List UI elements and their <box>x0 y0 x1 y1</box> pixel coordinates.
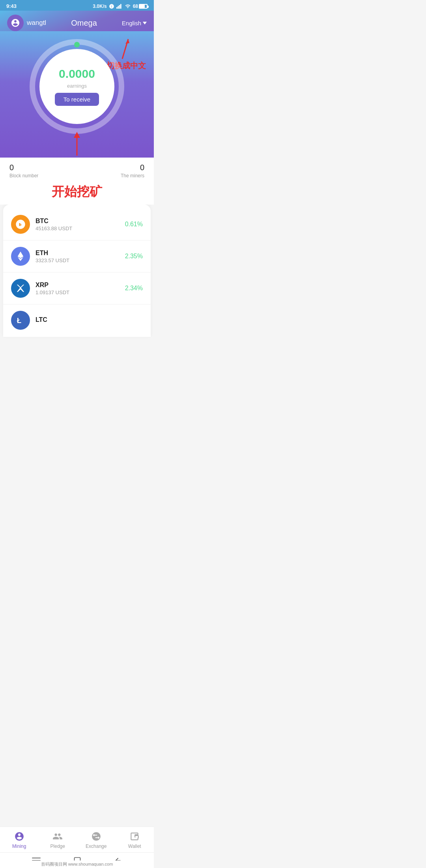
earnings-label: earnings <box>67 83 87 89</box>
xrp-logo <box>11 279 30 298</box>
eth-name: ETH <box>36 250 125 257</box>
miners-label: The miners <box>121 173 144 178</box>
hero-section: 切换成中文 0.0000 earnings To receive <box>0 31 154 158</box>
ltc-logo: Ł <box>11 311 30 330</box>
xrp-price: 1.09137 USDT <box>36 289 125 295</box>
gauge-dot <box>74 42 80 47</box>
signal-icon <box>116 4 123 9</box>
miners-item: 0 The miners <box>121 163 144 178</box>
list-item[interactable]: XRP 1.09137 USDT 2.34% <box>3 272 151 304</box>
wifi-icon <box>125 4 131 9</box>
battery-icon <box>139 4 148 9</box>
btc-price: 45163.88 USDT <box>36 225 125 231</box>
svg-marker-5 <box>125 39 129 44</box>
svg-rect-2 <box>119 5 120 8</box>
btc-name: BTC <box>36 218 125 225</box>
xrp-change: 2.34% <box>125 285 143 292</box>
svg-text:Ł: Ł <box>17 316 21 325</box>
ltc-name: LTC <box>36 316 143 323</box>
chevron-down-icon <box>143 22 147 24</box>
eth-logo <box>11 247 30 266</box>
btc-info: BTC 45163.88 USDT <box>36 218 125 231</box>
header: wangtl Omega English <box>0 11 154 31</box>
status-right: 3.0K/s 68 <box>93 4 148 9</box>
status-time: 9:43 <box>6 3 17 9</box>
stats-section: 0 Block number 0 The miners 开始挖矿 <box>0 158 154 205</box>
gauge-outer: 0.0000 earnings To receive <box>30 39 124 134</box>
list-item[interactable]: ETH 3323.57 USDT 2.35% <box>3 240 151 272</box>
language-button[interactable]: English <box>122 20 147 26</box>
btc-logo <box>11 215 30 234</box>
mining-annotation: 开始挖矿 <box>0 182 154 205</box>
eth-price: 3323.57 USDT <box>36 257 125 263</box>
svg-rect-0 <box>116 7 118 9</box>
language-label: English <box>122 20 141 26</box>
block-number-value: 0 <box>9 163 14 172</box>
svg-rect-3 <box>120 4 121 9</box>
avatar <box>7 15 24 31</box>
app-title: Omega <box>71 19 97 28</box>
network-speed: 3.0K/s <box>93 4 106 9</box>
svg-rect-1 <box>118 6 119 9</box>
earnings-value: 0.0000 <box>59 67 95 81</box>
xrp-name: XRP <box>36 282 125 289</box>
receive-button[interactable]: To receive <box>55 93 99 106</box>
eth-info: ETH 3323.57 USDT <box>36 250 125 263</box>
ltc-info: LTC <box>36 316 143 324</box>
alarm-icon <box>109 4 114 9</box>
list-item[interactable]: Ł LTC <box>3 304 151 333</box>
stats-bar: 0 Block number 0 The miners <box>0 158 154 182</box>
battery-percent: 68 <box>133 4 138 9</box>
list-item[interactable]: BTC 45163.88 USDT 0.61% <box>3 209 151 240</box>
gauge-inner: 0.0000 earnings To receive <box>39 49 114 124</box>
block-number-label: Block number <box>9 173 38 178</box>
block-number-item: 0 Block number <box>9 163 38 178</box>
coin-list: BTC 45163.88 USDT 0.61% ETH 3323.57 USDT… <box>3 205 151 337</box>
miners-value: 0 <box>140 163 144 172</box>
btc-change: 0.61% <box>125 221 143 228</box>
header-left: wangtl <box>7 15 46 31</box>
username: wangtl <box>27 19 46 27</box>
xrp-info: XRP 1.09137 USDT <box>36 282 125 295</box>
eth-change: 2.35% <box>125 253 143 260</box>
svg-line-4 <box>122 39 128 59</box>
app-container: 9:43 3.0K/s 68 wa <box>0 0 154 368</box>
status-bar: 9:43 3.0K/s 68 <box>0 0 154 11</box>
